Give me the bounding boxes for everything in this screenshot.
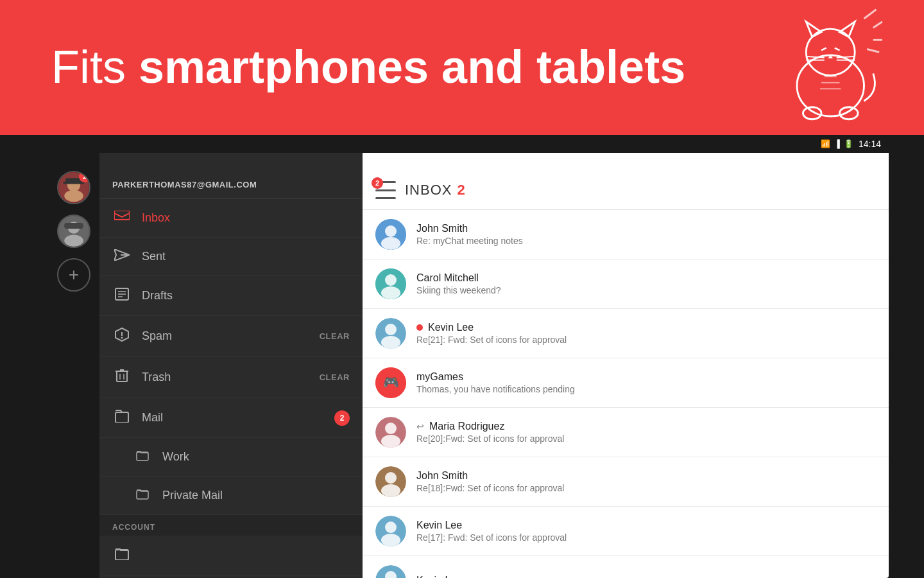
email-item[interactable]: John Smith Re: myChat meeting notes xyxy=(363,210,889,259)
svg-point-54 xyxy=(381,336,400,349)
status-bar: 📶 ▐ 🔋 14:14 xyxy=(48,135,889,153)
account-1-badge: 2 xyxy=(79,171,90,182)
folder-account[interactable] xyxy=(99,536,363,575)
folder-trash-label: Trash xyxy=(142,371,320,384)
folder-private-mail-label: Private Mail xyxy=(162,489,350,502)
email-avatar: 🎮 xyxy=(375,367,406,398)
email-item[interactable]: Kevin Lee xyxy=(363,556,889,578)
add-account-button[interactable]: + xyxy=(57,258,90,292)
trash-icon xyxy=(112,369,132,386)
email-item[interactable]: Kevin Lee Re[21]: Fwd: Set of icons for … xyxy=(363,309,889,358)
email-preview: Re[20]:Fwd: Set of icons for approval xyxy=(416,434,876,444)
svg-point-48 xyxy=(381,237,400,250)
email-sender: Carol Mitchell xyxy=(416,272,876,284)
email-sender: ↩ Maria Rodriguez xyxy=(416,421,876,432)
svg-rect-27 xyxy=(64,223,83,229)
inbox-title: INBOX xyxy=(405,182,452,198)
email-sender: Kevin Lee xyxy=(416,322,876,333)
signal-icon: ▐ xyxy=(834,139,840,148)
folder-spam-clear[interactable]: CLEAR xyxy=(320,331,350,341)
folder-private-mail[interactable]: Private Mail xyxy=(99,477,363,515)
email-avatar xyxy=(375,516,406,547)
email-item[interactable]: John Smith Re[18]:Fwd: Set of icons for … xyxy=(363,457,889,507)
email-item[interactable]: ↩ Maria Rodriguez Re[20]:Fwd: Set of ico… xyxy=(363,408,889,457)
folder-trash-clear[interactable]: CLEAR xyxy=(320,372,350,382)
spam-icon xyxy=(112,328,132,345)
folder-mail[interactable]: Mail 2 xyxy=(99,398,363,438)
email-sender: John Smith xyxy=(416,470,876,482)
email-preview: Re: myChat meeting notes xyxy=(416,236,876,246)
svg-line-9 xyxy=(835,48,840,51)
email-content: Kevin Lee Re[21]: Fwd: Set of icons for … xyxy=(416,322,876,345)
account-2-avatar[interactable] xyxy=(57,215,90,248)
email-avatar xyxy=(375,417,406,448)
svg-line-8 xyxy=(821,48,826,51)
folder-drafts[interactable]: Drafts xyxy=(99,276,363,316)
svg-point-28 xyxy=(64,235,83,247)
folder-mail-label: Mail xyxy=(142,411,334,425)
email-avatar xyxy=(375,466,406,497)
svg-line-1 xyxy=(873,22,882,28)
svg-rect-43 xyxy=(137,452,148,460)
banner-title-normal: Fits xyxy=(51,41,139,92)
svg-line-3 xyxy=(867,49,879,53)
svg-point-59 xyxy=(381,435,400,448)
svg-point-47 xyxy=(385,225,397,237)
email-item[interactable]: Kevin Lee Re[17]: Fwd: Set of icons for … xyxy=(363,507,889,556)
svg-point-36 xyxy=(121,337,123,339)
email-content: myGames Thomas, you have notifications p… xyxy=(416,371,876,394)
svg-point-4 xyxy=(797,55,864,116)
folder-sent-label: Sent xyxy=(142,250,350,263)
add-account-icon: + xyxy=(69,265,79,285)
svg-point-62 xyxy=(381,484,400,497)
email-content: Carol Mitchell Skiing this weekend? xyxy=(416,272,876,295)
svg-point-64 xyxy=(385,521,397,533)
email-sender: Kevin Lee xyxy=(416,520,876,531)
email-avatar xyxy=(375,565,406,578)
sent-icon xyxy=(112,249,132,264)
svg-point-24 xyxy=(64,190,83,202)
email-avatar xyxy=(375,318,406,349)
email-content: John Smith Re: myChat meeting notes xyxy=(416,223,876,246)
inbox-icon xyxy=(112,211,132,225)
folder-mail-badge: 2 xyxy=(334,410,350,426)
email-item[interactable]: 🎮 myGames Thomas, you have notifications… xyxy=(363,358,889,408)
svg-point-15 xyxy=(803,107,822,119)
private-mail-folder-icon xyxy=(133,488,152,503)
wifi-icon: 📶 xyxy=(821,139,830,148)
folder-spam-label: Spam xyxy=(142,329,320,343)
folders-sidebar: PARKERTHOMAS87@GMAIL.COM Inbox Sent xyxy=(99,153,363,578)
folder-spam[interactable]: Spam CLEAR xyxy=(99,316,363,357)
status-icons: 📶 ▐ 🔋 xyxy=(821,139,853,148)
drafts-icon xyxy=(112,288,132,304)
svg-rect-45 xyxy=(116,550,128,560)
svg-rect-23 xyxy=(63,182,84,184)
email-item[interactable]: Carol Mitchell Skiing this weekend? xyxy=(363,259,889,309)
account-switcher: 2 + xyxy=(48,153,99,578)
svg-point-65 xyxy=(381,534,400,547)
account-1-avatar[interactable]: 2 xyxy=(57,171,90,204)
svg-point-53 xyxy=(385,324,397,335)
hamburger-menu-icon[interactable]: 2 xyxy=(375,181,396,199)
email-content: Kevin Lee Re[17]: Fwd: Set of icons for … xyxy=(416,520,876,543)
email-avatar xyxy=(375,219,406,250)
unread-indicator xyxy=(416,324,423,331)
email-sender: Kevin Lee xyxy=(416,575,876,578)
svg-point-51 xyxy=(381,286,400,299)
work-folder-icon xyxy=(133,450,152,464)
folder-inbox[interactable]: Inbox xyxy=(99,199,363,238)
email-content: ↩ Maria Rodriguez Re[20]:Fwd: Set of ico… xyxy=(416,421,876,444)
email-preview: Re[21]: Fwd: Set of icons for approval xyxy=(416,335,876,345)
email-preview: Re[18]:Fwd: Set of icons for approval xyxy=(416,483,876,493)
cat-illustration xyxy=(757,6,886,128)
folder-trash[interactable]: Trash CLEAR xyxy=(99,357,363,398)
email-content: John Smith Re[18]:Fwd: Set of icons for … xyxy=(416,470,876,493)
email-preview: Thomas, you have notifications pending xyxy=(416,384,876,394)
inbox-count: 2 xyxy=(457,182,465,198)
account-section-header: ACCOUNT xyxy=(99,515,363,536)
folder-work[interactable]: Work xyxy=(99,438,363,477)
folder-sent[interactable]: Sent xyxy=(99,238,363,276)
inbox-header-badge: 2 xyxy=(372,177,383,189)
email-sender: myGames xyxy=(416,371,876,383)
email-content: Kevin Lee xyxy=(416,575,876,578)
